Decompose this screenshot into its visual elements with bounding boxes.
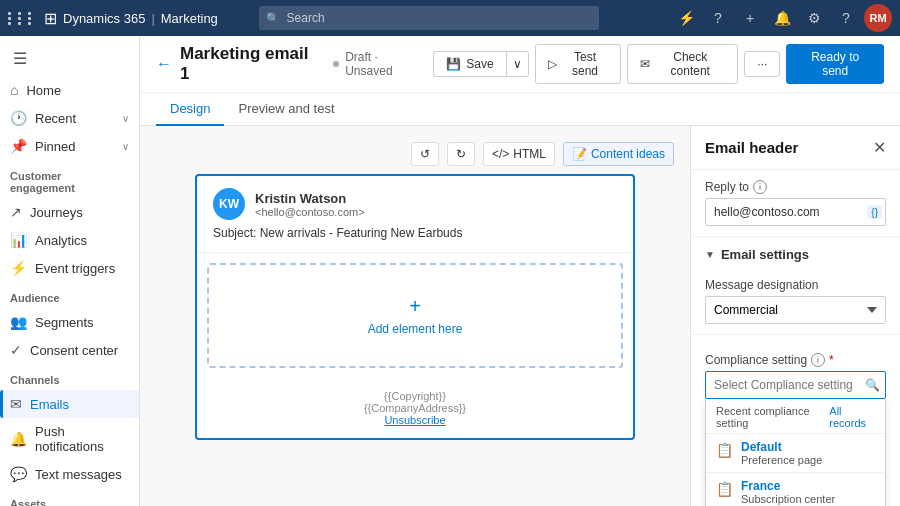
tab-preview[interactable]: Preview and test: [224, 93, 348, 126]
content-ideas-button[interactable]: 📝 Content ideas: [563, 142, 674, 166]
sidebar: ☰ ⌂ Home 🕐 Recent ∨ 📌 Pinned ∨ Customer …: [0, 36, 140, 506]
toolbar-actions: 💾 Save ∨ ▷ Test send ✉ Check content ···…: [433, 44, 884, 84]
top-nav: ⊞ Dynamics 365 | Marketing 🔍 ⚡ ? + 🔔 ⚙ ?…: [0, 0, 900, 36]
reply-to-fx-button[interactable]: {}: [867, 206, 882, 219]
save-split-button: 💾 Save ∨: [433, 51, 528, 77]
sidebar-item-text-messages[interactable]: 💬 Text messages: [0, 460, 139, 488]
sender-name: Kristin Watson: [255, 191, 365, 206]
save-button[interactable]: 💾 Save: [433, 51, 505, 77]
email-sender: KW Kristin Watson <hello@contoso.com>: [213, 188, 617, 220]
main-content: ← Marketing email 1 Draft · Unsaved 💾 Sa…: [140, 36, 900, 506]
back-button[interactable]: ←: [156, 55, 172, 73]
html-button[interactable]: </> HTML: [483, 142, 555, 166]
section-channels: Channels: [0, 364, 139, 390]
email-body-drop-zone[interactable]: + Add element here: [207, 263, 623, 368]
email-footer: {{Copyright}} {{CompanyAddress}} Unsubsc…: [197, 378, 633, 438]
email-settings-chevron: ▼: [705, 249, 715, 260]
sender-info: Kristin Watson <hello@contoso.com>: [255, 191, 365, 218]
sidebar-item-consent-center[interactable]: ✓ Consent center: [0, 336, 139, 364]
unsubscribe-link[interactable]: Unsubscribe: [384, 414, 445, 426]
compliance-item-france[interactable]: 📋 France Subscription center: [706, 472, 885, 506]
required-indicator: *: [829, 353, 834, 367]
tabs: Design Preview and test: [140, 93, 900, 126]
status-dot: [333, 61, 339, 67]
hamburger-button[interactable]: ☰: [6, 44, 34, 72]
compliance-item-default[interactable]: 📋 Default Preference page: [706, 433, 885, 472]
analytics-icon: 📊: [10, 232, 27, 248]
sidebar-item-analytics[interactable]: 📊 Analytics: [0, 226, 139, 254]
editor-area: ↺ ↻ </> HTML 📝 Content ideas KW: [140, 126, 900, 506]
save-dropdown-button[interactable]: ∨: [506, 51, 529, 77]
recent-icon: 🕐: [10, 110, 27, 126]
email-settings-label: Email settings: [721, 247, 809, 262]
compliance-item-name-france: France: [741, 479, 835, 493]
all-records-link[interactable]: All records: [829, 405, 875, 429]
sidebar-consent-label: Consent center: [30, 343, 118, 358]
sidebar-home-label: Home: [26, 83, 61, 98]
test-send-button[interactable]: ▷ Test send: [535, 44, 622, 84]
panel-close-button[interactable]: ✕: [873, 138, 886, 157]
sidebar-emails-label: Emails: [30, 397, 69, 412]
sidebar-item-event-triggers[interactable]: ⚡ Event triggers: [0, 254, 139, 282]
toolbar-status: Draft · Unsaved: [333, 50, 425, 78]
company-address: {{CompanyAddress}}: [209, 402, 621, 414]
status-text: Draft · Unsaved: [345, 50, 425, 78]
undo-button[interactable]: ↺: [411, 142, 439, 166]
check-icon: ✉: [640, 57, 650, 71]
ready-to-send-button[interactable]: Ready to send: [786, 44, 884, 84]
app-grid-icon[interactable]: [8, 12, 36, 25]
compliance-dropdown: Recent compliance setting All records 📋 …: [705, 399, 886, 506]
email-settings-header[interactable]: ▼ Email settings: [691, 237, 900, 268]
compliance-search-wrap: 🔍: [705, 371, 886, 399]
redo-button[interactable]: ↻: [447, 142, 475, 166]
section-audience: Audience: [0, 282, 139, 308]
consent-icon: ✓: [10, 342, 22, 358]
pinned-arrow-icon: ∨: [122, 141, 129, 152]
sidebar-event-triggers-label: Event triggers: [35, 261, 115, 276]
notification-icon[interactable]: 🔔: [768, 4, 796, 32]
settings-icon[interactable]: ⚙: [800, 4, 828, 32]
help-icon[interactable]: ?: [704, 4, 732, 32]
compliance-item-sub-default: Preference page: [741, 454, 822, 466]
app-name: Dynamics 365: [63, 11, 145, 26]
toolbar: ← Marketing email 1 Draft · Unsaved 💾 Sa…: [140, 36, 900, 93]
sidebar-item-push-notifications[interactable]: 🔔 Push notifications: [0, 418, 139, 460]
search-input[interactable]: [259, 6, 599, 30]
section-customer-engagement: Customer engagement: [0, 160, 139, 198]
save-icon: 💾: [446, 57, 461, 71]
copyright-text: {{Copyright}}: [209, 390, 621, 402]
sidebar-item-segments[interactable]: 👥 Segments: [0, 308, 139, 336]
sidebar-item-journeys[interactable]: ↗ Journeys: [0, 198, 139, 226]
reply-to-input[interactable]: [705, 198, 886, 226]
email-preview-header: KW Kristin Watson <hello@contoso.com> Su…: [197, 176, 633, 253]
text-icon: 💬: [10, 466, 27, 482]
compliance-item-icon-default: 📋: [716, 442, 733, 458]
reply-to-input-wrap: {}: [705, 198, 886, 226]
question-icon[interactable]: ?: [832, 4, 860, 32]
recent-label: Recent compliance setting: [716, 405, 829, 429]
subject-text: New arrivals - Featuring New Earbuds: [260, 226, 463, 240]
dropdown-header: Recent compliance setting All records: [706, 399, 885, 433]
lightning-icon[interactable]: ⚡: [672, 4, 700, 32]
sidebar-item-emails[interactable]: ✉ Emails: [0, 390, 139, 418]
reply-to-info-icon[interactable]: i: [753, 180, 767, 194]
more-button[interactable]: ···: [744, 51, 780, 77]
sender-avatar: KW: [213, 188, 245, 220]
compliance-item-name-default: Default: [741, 440, 822, 454]
plus-icon[interactable]: +: [736, 4, 764, 32]
compliance-label: Compliance setting i *: [705, 353, 886, 367]
avatar[interactable]: RM: [864, 4, 892, 32]
compliance-info-icon[interactable]: i: [811, 353, 825, 367]
tab-design[interactable]: Design: [156, 93, 224, 126]
compliance-search-input[interactable]: [705, 371, 886, 399]
message-designation-label: Message designation: [705, 278, 886, 292]
sidebar-item-pinned[interactable]: 📌 Pinned ∨: [0, 132, 139, 160]
sidebar-item-recent[interactable]: 🕐 Recent ∨: [0, 104, 139, 132]
message-designation-select[interactable]: Commercial: [705, 296, 886, 324]
sidebar-push-label: Push notifications: [35, 424, 129, 454]
right-panel: Email header ✕ Reply to i {} ▼ Email se: [690, 126, 900, 506]
subject-label: Subject:: [213, 226, 256, 240]
event-triggers-icon: ⚡: [10, 260, 27, 276]
sidebar-item-home[interactable]: ⌂ Home: [0, 76, 139, 104]
check-content-button[interactable]: ✉ Check content: [627, 44, 738, 84]
